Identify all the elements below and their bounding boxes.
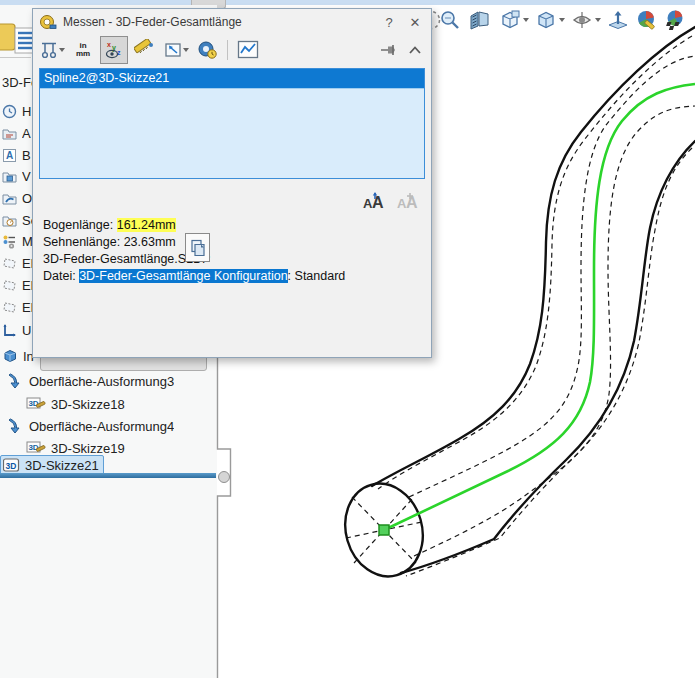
measure-tape-icon	[39, 13, 57, 31]
edit-appearance-button[interactable]	[635, 8, 659, 32]
arc-circle-measure-button[interactable]	[38, 36, 66, 64]
svg-text:A: A	[6, 150, 13, 161]
surface-bodies-folder-icon	[2, 191, 17, 206]
measure-dialog-titlebar[interactable]: Messen - 3D-Feder-Gesamtlänge ? ✕	[33, 9, 431, 35]
copy-results-button[interactable]	[185, 233, 210, 262]
decrease-font-icon[interactable]: A A	[393, 191, 419, 211]
create-sensor-button[interactable]	[234, 36, 262, 64]
tree-item-material[interactable]: M	[2, 231, 33, 251]
tree-item-3d-sketch21-selected[interactable]: 3D 3D-Skizze21	[0, 455, 104, 475]
point-to-point-button[interactable]	[131, 36, 159, 64]
help-button[interactable]: ?	[379, 12, 399, 32]
letter-a-icon: A	[2, 148, 17, 163]
projected-on-button[interactable]	[162, 36, 190, 64]
tree-item-annotations[interactable]: A	[2, 123, 31, 143]
solid-bodies-folder-icon	[2, 169, 17, 184]
history-icon	[2, 104, 17, 119]
svg-text:x: x	[107, 41, 111, 48]
caliper-caret	[59, 48, 65, 52]
origin-icon	[2, 323, 17, 338]
application-window: 3D-Fe H A A B V O Se M	[0, 0, 695, 678]
view-orientation-caret	[523, 18, 529, 22]
tree-item-surface-bodies[interactable]: O	[2, 188, 32, 208]
surface-loft-icon	[6, 417, 24, 435]
eye-icon	[570, 8, 594, 32]
config-suffix: : Standard	[288, 269, 346, 283]
heads-up-toolbar	[438, 6, 688, 34]
view-orientation-icon	[498, 8, 522, 32]
projection-caret	[183, 48, 189, 52]
dialog-right-controls	[380, 43, 426, 57]
panel-divider	[0, 57, 31, 58]
apply-scene-icon	[606, 8, 630, 32]
close-button[interactable]: ✕	[405, 12, 425, 32]
arc-length-value: 161.24mm	[117, 218, 176, 232]
selection-list-item[interactable]: Spline2@3D-Skizze21	[40, 69, 424, 89]
measure-toolbar: inmm x y z	[33, 35, 431, 65]
tree-item-beschriftungen[interactable]: A B	[2, 145, 31, 165]
sketch3d-icon: 3D	[26, 396, 46, 412]
measure-selection-list[interactable]: Spline2@3D-Skizze21	[39, 68, 425, 179]
measure-dialog: Messen - 3D-Feder-Gesamtlänge ? ✕ inmm	[32, 8, 432, 358]
ruler-icon	[134, 39, 156, 61]
pin-icon[interactable]	[380, 43, 398, 57]
tree-item-history[interactable]: H	[2, 101, 31, 121]
xyz-eye-icon: x y z	[103, 39, 125, 61]
datei-label: Datei:	[43, 269, 76, 283]
measure-history-icon	[196, 39, 218, 61]
caliper-icon	[39, 40, 58, 60]
copy-icon	[190, 239, 206, 257]
material-icon	[2, 234, 17, 249]
sketch3d-icon: 3D	[3, 458, 20, 473]
sensors-folder-icon	[2, 213, 17, 228]
chord-length-label: Sehnenlänge:	[43, 235, 120, 249]
spline-endpoint-marker[interactable]	[379, 525, 389, 535]
sketch3d-icon: 3D	[26, 440, 46, 456]
svg-text:3D: 3D	[6, 460, 17, 470]
display-style-caret	[559, 18, 565, 22]
increase-font-icon[interactable]: A A	[359, 191, 385, 211]
sensor-graph-icon	[237, 40, 259, 60]
zoom-to-area-button[interactable]	[438, 8, 462, 32]
hide-show-caret	[595, 18, 601, 22]
tree-item-solid-bodies[interactable]: V	[2, 166, 31, 186]
font-size-controls: A A A A	[359, 191, 419, 211]
display-style-icon	[534, 8, 558, 32]
section-view-button[interactable]	[467, 8, 493, 32]
arc-length-label: Bogenlänge:	[43, 218, 113, 232]
rollback-bar[interactable]	[0, 473, 216, 478]
apply-scene-button[interactable]	[606, 8, 630, 32]
hide-show-items-button[interactable]	[570, 8, 601, 32]
arc-length-line: Bogenlänge: 161.24mm	[43, 217, 345, 234]
annotations-folder-icon	[2, 126, 17, 141]
units-precision-button[interactable]: inmm	[69, 36, 97, 64]
zoom-to-area-icon	[438, 8, 462, 32]
collapse-chevron-icon[interactable]	[408, 45, 422, 55]
display-style-button[interactable]	[534, 8, 565, 32]
plane-icon	[2, 278, 17, 293]
config-selected-text[interactable]: 3D-Feder-Gesamtlänge Konfiguration	[79, 269, 287, 283]
view-settings-icon	[664, 8, 688, 32]
plane-icon	[2, 256, 17, 271]
units-mm-label: mm	[76, 49, 90, 58]
projection-plane-icon	[163, 40, 182, 60]
tree-item-surface-loft4[interactable]: Oberfläche-Ausformung4	[6, 416, 174, 436]
view-settings-button[interactable]	[664, 8, 688, 32]
svg-text:A: A	[372, 194, 384, 211]
rollback-handle[interactable]	[218, 471, 230, 483]
show-xyz-measurements-button[interactable]: x y z	[100, 36, 128, 64]
plane-icon	[2, 300, 17, 315]
tree-item-surface-loft3[interactable]: Oberfläche-Ausformung3	[6, 371, 174, 391]
view-orientation-button[interactable]	[498, 8, 529, 32]
tree-item-origin[interactable]: U	[2, 320, 31, 340]
measurement-history-button[interactable]	[193, 36, 221, 64]
dialog-title: Messen - 3D-Feder-Gesamtlänge	[63, 15, 373, 29]
file-config-line: Datei: 3D-Feder-Gesamtlänge Konfiguratio…	[43, 268, 345, 285]
imported-body-icon	[2, 348, 18, 364]
toolbar-separator	[227, 40, 228, 60]
chord-length-value: 23.63mm	[124, 235, 176, 249]
tree-item-3d-sketch18[interactable]: 3D 3D-Skizze18	[26, 394, 125, 414]
tree-item-imported[interactable]: In	[2, 346, 34, 366]
surface-loft-icon	[6, 372, 24, 390]
section-view-icon	[467, 8, 493, 32]
